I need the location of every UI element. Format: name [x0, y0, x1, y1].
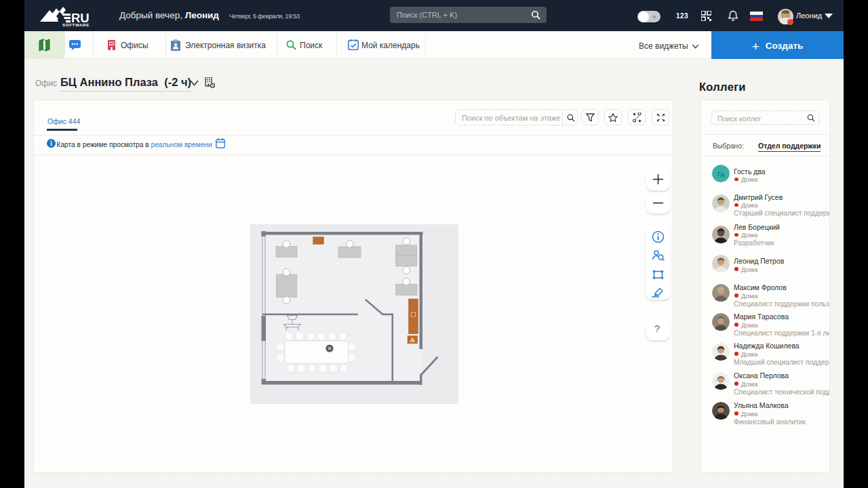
svg-text:SOFTWARE: SOFTWARE	[62, 22, 90, 27]
svg-text:Гд: Гд	[717, 170, 725, 178]
